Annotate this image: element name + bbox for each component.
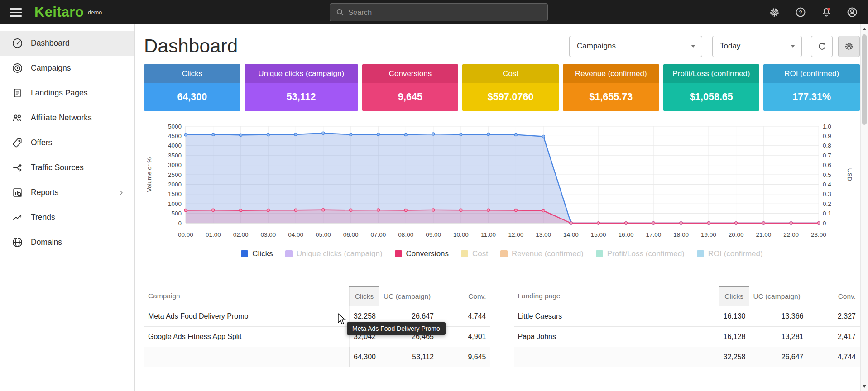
- metric-card-roi-confirmed[interactable]: ROI (confirmed)177.31%: [763, 64, 860, 111]
- refresh-button[interactable]: [811, 36, 833, 57]
- metric-card-value: 177.31%: [763, 83, 860, 111]
- scroll-thumb[interactable]: [862, 34, 867, 125]
- column-header-conv[interactable]: Conv.: [438, 286, 490, 306]
- sidebar-item-trends[interactable]: Trends: [0, 205, 134, 230]
- legend-item-revenue-confirmed[interactable]: Revenue (confirmed): [500, 249, 584, 258]
- svg-text:4500: 4500: [168, 133, 182, 139]
- svg-text:01:00: 01:00: [206, 231, 221, 238]
- legend-item-roi-confirmed[interactable]: ROI (confirmed): [697, 249, 763, 258]
- svg-text:3000: 3000: [168, 162, 182, 168]
- account-icon[interactable]: [846, 6, 858, 19]
- svg-text:1000: 1000: [168, 200, 182, 207]
- legend-item-conversions[interactable]: Conversions: [395, 249, 449, 258]
- svg-text:08:00: 08:00: [398, 231, 413, 238]
- column-header-campaign[interactable]: Campaign: [144, 286, 350, 306]
- table-row[interactable]: Papa Johns16,12813,2812,417: [514, 327, 860, 347]
- table-row[interactable]: Little Caesars16,13013,3662,327: [514, 306, 860, 327]
- svg-text:1.0: 1.0: [823, 123, 831, 130]
- svg-text:14:00: 14:00: [563, 231, 579, 238]
- dashboard-gauge-icon: [12, 38, 23, 49]
- svg-text:22:00: 22:00: [783, 231, 799, 238]
- app-logo[interactable]: Keitaro demo: [34, 4, 102, 20]
- legend-item-clicks[interactable]: Clicks: [241, 249, 273, 258]
- search-input[interactable]: [348, 8, 542, 17]
- landing-name-cell[interactable]: Papa Johns: [514, 327, 719, 347]
- metric-card-label: ROI (confirmed): [763, 64, 860, 83]
- table-cell: 4,901: [438, 327, 490, 347]
- sidebar-item-label: Dashboard: [31, 38, 70, 48]
- scroll-down-icon[interactable]: [861, 383, 868, 390]
- metric-card-label: Profit/Loss (confirmed): [663, 64, 760, 83]
- metric-card-unique-clicks-campaign[interactable]: Unique clicks (campaign)53,112: [245, 64, 358, 111]
- traffic-sources-icon: [12, 162, 23, 173]
- dashboard-chart[interactable]: 00:0001:0002:0003:0004:0005:0006:0007:00…: [144, 121, 852, 244]
- svg-text:5000: 5000: [168, 123, 182, 130]
- table-cell: 16,130: [719, 306, 749, 327]
- sidebar-item-affiliate-networks[interactable]: Affiliate Networks: [0, 105, 134, 130]
- svg-text:10:00: 10:00: [453, 231, 469, 238]
- sidebar-item-reports[interactable]: Reports: [0, 180, 134, 205]
- sidebar-item-domains[interactable]: Domains: [0, 230, 134, 255]
- scrollbar[interactable]: [860, 24, 868, 391]
- global-search: [330, 3, 548, 21]
- scroll-up-icon[interactable]: [861, 25, 868, 33]
- help-icon[interactable]: ?: [794, 6, 806, 19]
- settings-gear-icon[interactable]: [768, 6, 781, 19]
- sidebar-item-traffic-sources[interactable]: Traffic Sources: [0, 155, 134, 180]
- table-cell: 13,281: [749, 327, 808, 347]
- reports-icon: [12, 187, 23, 198]
- affiliate-networks-icon: [12, 112, 23, 124]
- metric-card-label: Conversions: [362, 64, 459, 83]
- main-content: Dashboard Campaigns Today: [135, 24, 868, 391]
- totals-row: 64,30053,1129,645: [144, 347, 490, 367]
- logo-text: Keitaro: [34, 4, 84, 20]
- totals-cell: 53,112: [379, 347, 438, 367]
- metric-card-cost[interactable]: Cost$597.0760: [462, 64, 559, 111]
- sidebar-item-offers[interactable]: Offers: [0, 130, 134, 155]
- column-header-conv[interactable]: Conv.: [808, 286, 860, 306]
- topbar: Keitaro demo ?: [0, 0, 868, 24]
- svg-text:19:00: 19:00: [701, 231, 716, 238]
- legend-item-profit-loss-confirmed[interactable]: Profit/Loss (confirmed): [596, 249, 685, 258]
- metric-card-clicks[interactable]: Clicks64,300: [144, 64, 240, 111]
- table-cell: 2,327: [808, 306, 860, 327]
- svg-text:0.3: 0.3: [823, 191, 831, 197]
- table-cell: 16,128: [719, 327, 749, 347]
- chevron-down-icon: [791, 45, 795, 48]
- totals-cell: 26,647: [749, 347, 808, 367]
- column-header-landing-page[interactable]: Landing page: [514, 286, 719, 306]
- svg-text:0.8: 0.8: [823, 142, 831, 149]
- sidebar-item-dashboard[interactable]: Dashboard: [0, 31, 134, 56]
- legend-label: Conversions: [406, 249, 449, 258]
- totals-cell: [144, 347, 350, 367]
- metric-card-value: 53,112: [245, 83, 358, 111]
- totals-cell: 32,258: [719, 347, 749, 367]
- date-range-select[interactable]: Today: [712, 36, 802, 57]
- hamburger-menu-icon[interactable]: [10, 8, 22, 17]
- campaign-name-cell[interactable]: Google Ads Fitness App Split: [144, 327, 350, 347]
- topbar-icons: ?: [768, 6, 858, 19]
- column-header-clicks[interactable]: Clicks: [719, 286, 749, 306]
- svg-text:05:00: 05:00: [316, 231, 331, 238]
- campaign-name-cell[interactable]: Meta Ads Food Delivery Promo: [144, 306, 350, 327]
- landing-name-cell[interactable]: Little Caesars: [514, 306, 719, 327]
- sidebar-item-label: Campaigns: [31, 63, 71, 73]
- svg-text:2000: 2000: [168, 181, 182, 188]
- grouping-select[interactable]: Campaigns: [569, 36, 702, 57]
- metric-card-revenue-confirmed[interactable]: Revenue (confirmed)$1,655.73: [563, 64, 659, 111]
- column-header-uc-campaign[interactable]: UC (campaign): [749, 286, 808, 306]
- column-header-clicks[interactable]: Clicks: [350, 286, 379, 306]
- legend-label: Cost: [472, 249, 488, 258]
- legend-item-cost[interactable]: Cost: [461, 249, 488, 258]
- column-header-uc-campaign[interactable]: UC (campaign): [379, 286, 438, 306]
- sidebar-item-landings-pages[interactable]: Landings Pages: [0, 81, 134, 105]
- legend-item-unique-clicks-campaign[interactable]: Unique clicks (campaign): [285, 249, 383, 258]
- legend-swatch: [500, 250, 508, 257]
- notifications-bell-icon[interactable]: [820, 6, 832, 19]
- sidebar-item-campaigns[interactable]: Campaigns: [0, 56, 134, 81]
- metric-card-conversions[interactable]: Conversions9,645: [362, 64, 459, 111]
- totals-cell: [514, 347, 719, 367]
- dashboard-settings-button[interactable]: [838, 36, 860, 57]
- svg-text:23:00: 23:00: [811, 231, 826, 238]
- metric-card-profit-loss-confirmed[interactable]: Profit/Loss (confirmed)$1,058.65: [663, 64, 760, 111]
